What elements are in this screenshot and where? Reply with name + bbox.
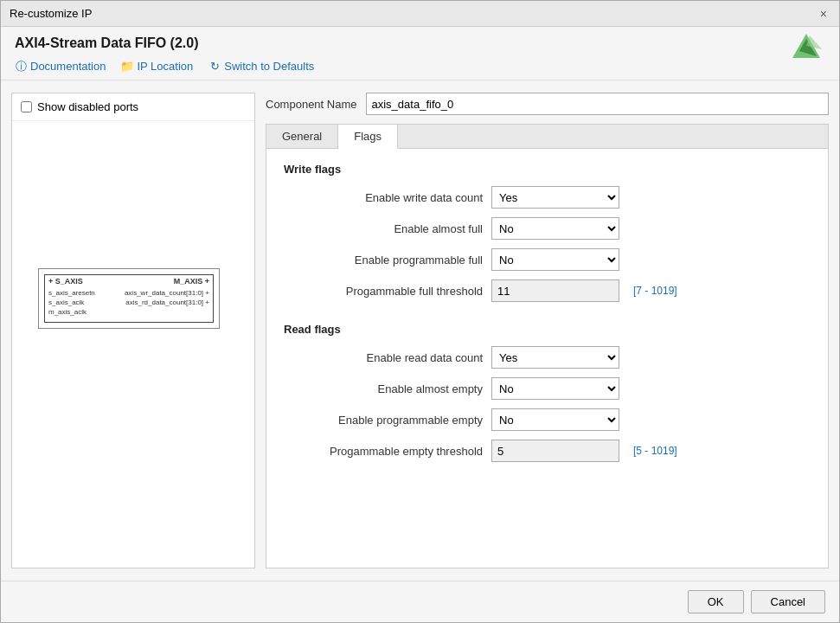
almost-empty-label: Enable almost empty [284,382,483,395]
toolbar: ⓘ Documentation 📁 IP Location ↻ Switch t… [15,60,825,73]
cancel-button[interactable]: Cancel [751,590,825,613]
read-data-count-select[interactable]: Yes No [491,346,619,369]
header-logo [791,32,822,66]
programmable-full-label: Enable programmable full [284,254,483,267]
ok-button[interactable]: OK [688,590,744,613]
read-data-count-label: Enable read data count [284,351,483,364]
show-disabled-ports-checkbox[interactable] [21,101,32,112]
left-panel-body: + S_AXIS M_AXIS + s_axis_aresetn s_axis_… [12,121,254,568]
programmable-full-row: Enable programmable full No Yes [284,248,811,271]
app-title: AXI4-Stream Data FIFO (2.0) [15,35,825,51]
port-rd-count: axis_rd_data_count[31:0] + [125,299,209,306]
footer: OK Cancel [1,581,839,622]
close-button[interactable]: × [817,8,830,20]
programmable-full-threshold-label: Progammable full threshold [284,285,483,298]
programmable-full-threshold-input[interactable] [491,279,619,302]
block-inner: + S_AXIS M_AXIS + s_axis_aresetn s_axis_… [44,274,214,323]
programmable-empty-threshold-input[interactable] [491,440,619,462]
programmable-empty-threshold-row: Progammable empty threshold [5 - 1019] [284,440,811,462]
right-panel: Component Name General Flags Write flags… [266,93,829,568]
read-flags-section: Read flags Enable read data count Yes No… [284,323,811,462]
write-data-count-row: Enable write data count Yes No [284,186,811,209]
component-name-label: Component Name [266,98,357,111]
block-ports-left: s_axis_aresetn s_axis_aclk m_axis_aclk [48,289,95,316]
almost-full-select[interactable]: No Yes [491,217,619,240]
show-disabled-ports-label[interactable]: Show disabled ports [37,100,138,113]
programmable-full-threshold-row: Progammable full threshold [7 - 1019] [284,279,811,302]
folder-icon: 📁 [121,61,133,73]
programmable-empty-threshold-label: Progammable empty threshold [284,445,483,458]
almost-full-row: Enable almost full No Yes [284,217,811,240]
title-bar-title: Re-customize IP [10,7,92,20]
ip-location-button[interactable]: 📁 IP Location [121,60,193,73]
component-name-input[interactable] [366,93,830,115]
tab-general[interactable]: General [266,125,338,148]
write-data-count-select[interactable]: Yes No [491,186,619,209]
almost-full-label: Enable almost full [284,222,483,235]
tab-content-flags: Write flags Enable write data count Yes … [266,149,828,568]
dialog: Re-customize IP × AXI4-Stream Data FIFO … [0,0,840,623]
refresh-icon: ↻ [208,61,221,73]
almost-empty-row: Enable almost empty No Yes [284,377,811,400]
title-bar: Re-customize IP × [1,1,839,27]
write-flags-title: Write flags [284,163,811,176]
tab-flags[interactable]: Flags [338,125,398,149]
switch-to-defaults-button[interactable]: ↻ Switch to Defaults [208,60,314,73]
port-aclk-m: m_axis_aclk [48,308,95,316]
info-icon: ⓘ [15,61,27,73]
documentation-button[interactable]: ⓘ Documentation [15,60,106,73]
port-aclk-s: s_axis_aclk [48,299,95,306]
block-diagram: + S_AXIS M_AXIS + s_axis_aresetn s_axis_… [38,268,220,329]
read-data-count-row: Enable read data count Yes No [284,346,811,369]
programmable-full-select[interactable]: No Yes [491,248,619,271]
main-content: Show disabled ports + S_AXIS M_AXIS + s_… [1,80,839,581]
component-name-row: Component Name [266,93,829,115]
read-flags-title: Read flags [284,323,811,336]
programmable-empty-range: [5 - 1019] [633,445,677,457]
programmable-full-range: [7 - 1019] [633,285,677,297]
programmable-empty-label: Enable programmable empty [284,414,483,427]
almost-empty-select[interactable]: No Yes [491,377,619,400]
m-axis-label: M_AXIS + [174,277,209,286]
s-axis-label: + S_AXIS [48,277,83,286]
header-section: AXI4-Stream Data FIFO (2.0) ⓘ Documentat… [1,27,839,80]
left-panel: Show disabled ports + S_AXIS M_AXIS + s_… [11,93,255,568]
write-data-count-label: Enable write data count [284,191,483,204]
tabs-container: General Flags Write flags Enable write d… [266,124,829,568]
left-panel-header: Show disabled ports [12,93,254,121]
write-flags-section: Write flags Enable write data count Yes … [284,163,811,302]
port-aresetn: s_axis_aresetn [48,289,95,297]
tabs-header: General Flags [266,125,828,149]
programmable-empty-select[interactable]: No Yes [491,408,619,431]
port-wr-count: axis_wr_data_count[31:0] + [125,289,209,297]
programmable-empty-row: Enable programmable empty No Yes [284,408,811,431]
block-ports-right: axis_wr_data_count[31:0] + axis_rd_data_… [125,289,209,306]
